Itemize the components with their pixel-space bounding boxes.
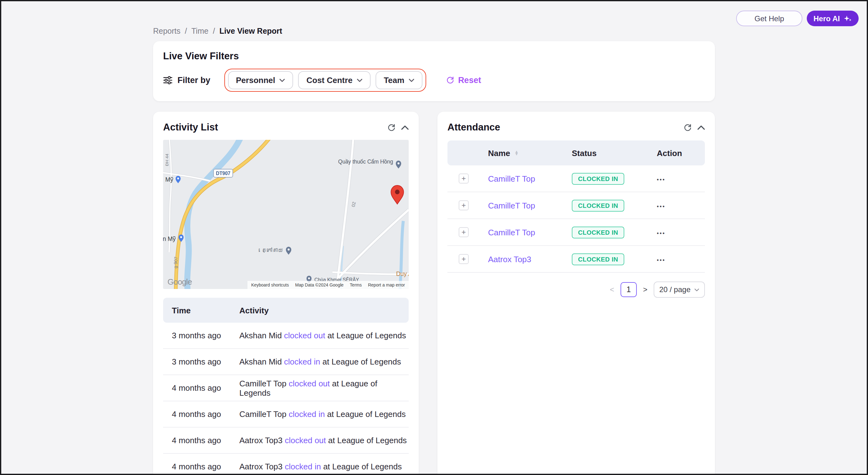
hero-ai-button[interactable]: Hero AI — [807, 11, 859, 26]
filter-row: Filter by Personnel Cost Centre Team — [163, 69, 705, 92]
plus-icon: + — [462, 175, 466, 182]
page-size-select[interactable]: 20 / page — [654, 281, 705, 298]
row-actions-menu[interactable]: ••• — [657, 257, 665, 263]
attendance-table: Name ▲ ▼ Status Action + CamilleT Top CL… — [447, 140, 705, 273]
page-size-value: 20 / page — [659, 285, 690, 294]
khmer-pin-icon — [286, 247, 291, 255]
attendance-card-head: Attendance — [447, 122, 705, 133]
row-actions-menu[interactable]: ••• — [657, 203, 665, 209]
get-help-button[interactable]: Get Help — [737, 11, 802, 26]
map[interactable]: DT907 — [163, 140, 409, 289]
cost-centre-dropdown[interactable]: Cost Centre — [299, 71, 371, 89]
prev-page-button[interactable]: < — [610, 285, 614, 294]
current-page[interactable]: 1 — [621, 282, 637, 297]
activity-person: Akshan Mid — [239, 357, 282, 366]
activity-text: Aatrox Top3 clocked in at League of Lege… — [239, 462, 409, 471]
activity-row: 4 months ago CamilleT Top clocked out at… — [163, 375, 409, 401]
map-art: DT907 — [163, 140, 409, 289]
collapse-icon[interactable] — [401, 125, 409, 130]
activity-location: at League of Legends — [322, 357, 401, 366]
attendance-name[interactable]: CamilleT Top — [488, 201, 535, 210]
team-label: Team — [384, 75, 404, 85]
report-map-error-link[interactable]: Report a map error — [368, 282, 405, 288]
river-branch — [400, 221, 403, 289]
attendance-name[interactable]: CamilleT Top — [488, 174, 535, 183]
activity-location: at League of Legends — [328, 331, 406, 340]
svg-text:n Mỹ: n Mỹ — [163, 235, 176, 242]
activity-location: at League of Legends — [328, 436, 407, 445]
attendance-name[interactable]: Aatrox Top3 — [488, 255, 531, 264]
activity-table: Time Activity 3 months ago Akshan Mid cl… — [163, 298, 409, 475]
breadcrumb-reports[interactable]: Reports — [153, 27, 181, 36]
activity-location: at League of Legends — [327, 409, 406, 419]
plus-icon: + — [462, 229, 466, 236]
keyboard-shortcuts-link[interactable]: Keyboard shortcuts — [251, 282, 289, 288]
my-pin-icon — [176, 176, 181, 183]
activity-text: CamilleT Top clocked out at League of Le… — [239, 379, 409, 397]
activity-table-header: Time Activity — [163, 298, 409, 323]
activity-event: clocked out — [284, 331, 325, 340]
attendance-table-header: Name ▲ ▼ Status Action — [447, 140, 705, 165]
activity-time: 3 months ago — [163, 331, 239, 340]
filter-by-label: Filter by — [178, 75, 210, 85]
activity-row: 4 months ago Aatrox Top3 clocked out at … — [163, 428, 409, 454]
attendance-card: Attendance Name ▲ ▼ — [437, 112, 715, 475]
refresh-icon[interactable] — [388, 123, 396, 131]
page-content: Reports / Time / Live View Report Live V… — [153, 0, 715, 475]
col-header-time: Time — [163, 306, 239, 315]
next-page-button[interactable]: > — [643, 285, 647, 294]
activity-event: clocked out — [289, 379, 330, 388]
expand-row-button[interactable]: + — [459, 254, 469, 264]
personnel-dropdown[interactable]: Personnel — [228, 71, 293, 89]
expand-row-button[interactable]: + — [459, 227, 469, 237]
plus-icon: + — [462, 202, 466, 209]
sliders-icon — [163, 76, 173, 84]
google-logo: Google — [167, 277, 192, 286]
map-labels: Quầy thuốc Cẩm Hồng Mỹ n Mỹ ត្កៅតាយ Chùa… — [163, 154, 409, 282]
chevron-down-icon — [694, 288, 699, 291]
team-dropdown[interactable]: Team — [376, 71, 423, 89]
attendance-name[interactable]: CamilleT Top — [488, 228, 535, 237]
svg-text:g 907: g 907 — [173, 257, 178, 268]
col-header-activity: Activity — [239, 306, 409, 315]
route-shield: DT907 — [213, 169, 232, 177]
status-badge: CLOCKED IN — [572, 226, 624, 238]
filter-by: Filter by — [163, 75, 210, 85]
attendance-title: Attendance — [447, 122, 500, 133]
pharmacy-pin-icon — [396, 161, 401, 169]
filters-title: Live View Filters — [163, 50, 705, 62]
breadcrumb-time[interactable]: Time — [191, 27, 209, 36]
col-header-name[interactable]: Name ▲ ▼ — [488, 148, 572, 158]
row-actions-menu[interactable]: ••• — [657, 176, 665, 182]
activity-location: at League of Legends — [323, 462, 402, 471]
reset-button[interactable]: Reset — [442, 75, 485, 86]
breadcrumb-separator: / — [213, 27, 215, 36]
activity-person: Aatrox Top3 — [239, 436, 282, 445]
terms-link[interactable]: Terms — [350, 282, 362, 288]
breadcrumb-current: Live View Report — [219, 27, 282, 36]
red-marker-icon[interactable] — [391, 185, 403, 204]
hero-ai-label: Hero AI — [814, 14, 840, 23]
collapse-icon[interactable] — [698, 125, 705, 130]
activity-text: Aatrox Top3 clocked out at League of Leg… — [239, 436, 409, 445]
breadcrumb: Reports / Time / Live View Report — [153, 27, 715, 36]
chevron-down-icon — [357, 78, 363, 82]
col-header-action: Action — [657, 148, 705, 158]
sort-icon[interactable]: ▲ ▼ — [515, 150, 519, 156]
chevron-down-icon — [409, 78, 414, 82]
reset-label: Reset — [458, 75, 481, 85]
row-actions-menu[interactable]: ••• — [657, 230, 665, 236]
activity-person: Aatrox Top3 — [239, 462, 282, 471]
cards-row: Activity List — [153, 112, 715, 475]
cost-centre-label: Cost Centre — [307, 75, 352, 85]
activity-person: Akshan Mid — [239, 331, 282, 340]
activity-text: Akshan Mid clocked in at League of Legen… — [239, 357, 409, 366]
name-header-label: Name — [488, 148, 510, 158]
refresh-icon[interactable] — [684, 123, 692, 131]
expand-row-button[interactable]: + — [459, 173, 469, 183]
activity-time: 3 months ago — [163, 357, 239, 366]
col-header-status: Status — [572, 148, 657, 158]
expand-row-button[interactable]: + — [459, 200, 469, 210]
svg-text:02: 02 — [351, 201, 357, 208]
map-attribution: Keyboard shortcuts Map Data ©2024 Google… — [247, 281, 409, 289]
